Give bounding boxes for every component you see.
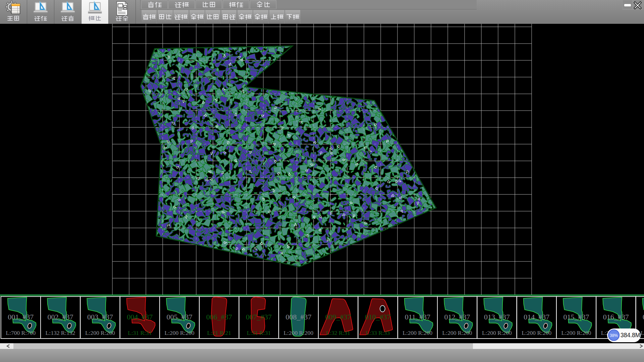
svg-text:010_#37: 010_#37 (365, 313, 391, 321)
svg-text:L:31 R:31: L:31 R:31 (128, 329, 152, 336)
svg-text:004_#37: 004_#37 (127, 313, 153, 321)
svg-text:003_#37: 003_#37 (87, 313, 113, 321)
svg-text:L:200 R:200: L:200 R:200 (402, 329, 432, 336)
svg-text:008_#37: 008_#37 (285, 313, 311, 321)
svg-text:007_#37: 007_#37 (246, 313, 272, 321)
svg-text:L:200 R:200: L:200 R:200 (482, 329, 512, 336)
svg-text:L:200 R:200: L:200 R:200 (165, 329, 195, 336)
svg-text:005_#37: 005_#37 (167, 313, 193, 321)
svg-text:017_#37: 017_#37 (643, 313, 644, 321)
svg-text:013_#37: 013_#37 (484, 313, 510, 321)
svg-text:015_#37: 015_#37 (564, 313, 589, 321)
svg-text:L:200 R:200: L:200 R:200 (561, 329, 591, 336)
svg-text:L:200 R:200: L:200 R:200 (522, 329, 551, 336)
svg-text:L:32 R:31: L:32 R:31 (326, 329, 350, 336)
svg-text:L:200 R:200: L:200 R:200 (283, 329, 313, 336)
svg-text:014_#37: 014_#37 (524, 313, 549, 321)
svg-text:38%: 38% (610, 333, 618, 338)
svg-text:L:33 R:33: L:33 R:33 (366, 329, 390, 336)
svg-text:006_#37: 006_#37 (206, 313, 232, 321)
svg-text:L:31 R:31: L:31 R:31 (247, 329, 271, 336)
svg-text:002_#37: 002_#37 (48, 313, 73, 321)
svg-text:L:132 R:132: L:132 R:132 (46, 329, 75, 336)
svg-text:L:700 R:700: L:700 R:700 (6, 329, 36, 336)
svg-text:016_#37: 016_#37 (603, 313, 629, 321)
svg-text:011_#37: 011_#37 (405, 313, 430, 321)
svg-text:384.8M: 384.8M (621, 332, 640, 339)
svg-text:001_#37: 001_#37 (8, 313, 34, 321)
svg-text:L:21 R:21: L:21 R:21 (207, 329, 231, 336)
svg-text:L:200 R:200: L:200 R:200 (442, 329, 472, 336)
svg-text:012_#37: 012_#37 (444, 313, 470, 321)
svg-text:L:200 R:200: L:200 R:200 (85, 329, 115, 336)
svg-text:009_#37: 009_#37 (325, 313, 351, 321)
svg-text:L:200 R:200: L:200 R:200 (641, 329, 644, 336)
